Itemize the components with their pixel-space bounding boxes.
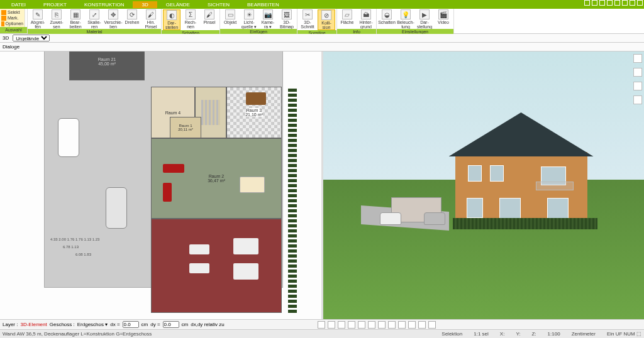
ribbon-3d-schnitt[interactable]: ✂3D-Schnitt (299, 9, 316, 30)
tool-icon[interactable] (338, 321, 345, 329)
hin-pinsel-icon: 🖌 (146, 9, 156, 19)
ribbon-hintergrund[interactable]: 🏔Hinter-grund (357, 9, 375, 29)
tool-icon[interactable] (408, 321, 416, 329)
ribbon-abgreifen[interactable]: ✎Abgrei-fen (29, 9, 47, 29)
tool-icon[interactable] (428, 321, 436, 329)
tree-icon[interactable] (633, 95, 642, 104)
tool-icon[interactable] (348, 321, 355, 329)
select-options[interactable]: Selekt Mark. Optionen (0, 9, 25, 27)
dialoge-bar: Dialoge (0, 43, 644, 52)
room-1[interactable]: Raum 120,11 m² (170, 117, 201, 138)
room-2[interactable]: Raum 236,47 m² (151, 138, 282, 219)
drehen-icon: ⟳ (127, 9, 137, 19)
menu-bearbeiten[interactable]: BEARBEITEN (238, 1, 288, 8)
tool-icon[interactable] (398, 321, 406, 329)
kamera-icon: 📷 (263, 9, 273, 19)
ribbon-lichtquelle[interactable]: ☀Licht-quelle ▾ (240, 9, 258, 29)
3d-schnitt-icon: ✂ (303, 9, 313, 19)
rechnen-icon: Σ (186, 9, 196, 19)
ribbon-verschieben[interactable]: ✥Verschie-ben (104, 9, 122, 29)
dy-input[interactable] (163, 321, 179, 328)
lichtquelle-icon: ☀ (244, 9, 254, 19)
layer-dropdown[interactable]: 3D-Element (20, 322, 47, 327)
menu-3d[interactable]: 3D (133, 1, 157, 8)
house-3d (455, 117, 587, 227)
ribbon: Selekt Mark. Optionen Auswahl ✎Abgrei-fe… (0, 9, 644, 34)
car-2-plan (106, 187, 127, 229)
dx-input[interactable] (123, 321, 139, 328)
ribbon-bearbeiten[interactable]: ▦Bear-beiten (67, 9, 84, 29)
ribbon-kollision[interactable]: ⊘Kolli-sion (318, 9, 335, 30)
tool-icon[interactable] (418, 321, 426, 329)
darstellung-icon: ▶ (419, 9, 430, 19)
ribbon-schatten-set[interactable]: ◒Schatten (378, 9, 396, 29)
status-bar: Wand AW 36,5 m, Deckenauflager L=Konstru… (0, 329, 644, 338)
edit-bar: Layer : 3D-Element Geschoss : Erdgeschos… (0, 319, 644, 329)
furniture-icon[interactable] (633, 68, 642, 77)
palette-icon[interactable] (633, 82, 642, 90)
schatten-set-icon: ◒ (382, 9, 392, 19)
menu-projekt[interactable]: PROJEKT (35, 1, 75, 8)
ribbon-rechnen[interactable]: ΣRech-nen (182, 9, 199, 30)
tool-icon[interactable] (328, 321, 335, 329)
abgreifen-icon: ✎ (33, 9, 43, 19)
kollision-icon: ⊘ (321, 10, 331, 20)
layers-icon[interactable] (633, 54, 642, 63)
ribbon-hin-pinsel[interactable]: 🖌Hin.Pinsel (142, 9, 160, 29)
tool-icon[interactable] (368, 321, 375, 329)
menu-gelände[interactable]: GELÄNDE (157, 1, 199, 8)
ribbon-skalieren[interactable]: ⤢Skalie-ren (86, 9, 103, 29)
ribbon-darstellen[interactable]: ◐Dar-stellen (163, 9, 180, 30)
skalieren-icon: ⤢ (89, 9, 99, 19)
ribbon-drehen[interactable]: ⟳Drehen (123, 9, 141, 29)
tool-icon[interactable] (378, 321, 386, 329)
ribbon-zuweisen[interactable]: ⎘Zuwei-sen (48, 9, 65, 29)
pinsel-icon: 🖌 (204, 9, 214, 19)
hintergrund-icon: 🏔 (361, 9, 371, 19)
3d-bitmap-icon: 🖼 (282, 9, 292, 19)
ribbon-kamera[interactable]: 📷Kame-ra ▾ (259, 9, 277, 29)
3d-view[interactable] (323, 52, 645, 319)
ribbon-flaeche[interactable]: ▱Fläche (338, 9, 356, 29)
terrace[interactable] (151, 219, 282, 313)
ribbon-beleuchtung[interactable]: 💡Beleuch-tung (397, 9, 414, 29)
beleuchtung-icon: 💡 (401, 9, 411, 19)
car-grey-3d (424, 212, 445, 225)
flaeche-icon: ▱ (342, 9, 352, 19)
status-left: Wand AW 36,5 m, Deckenauflager L=Konstru… (3, 331, 152, 337)
ribbon-3d-bitmap[interactable]: 🖼3D-Bitmap (278, 9, 296, 29)
tool-icon[interactable] (358, 321, 365, 329)
sub-toolbar: 3D Urgelände (0, 34, 644, 43)
floorplan-view[interactable]: Raum 2145,00 m² Raum 4 Raum 321,10 m² Ra… (0, 52, 323, 319)
ribbon-darstellung[interactable]: ▶Dar-stellung (416, 9, 433, 29)
video-icon: 🎬 (438, 9, 448, 19)
car-white-3d (380, 212, 401, 225)
tool-icon[interactable] (318, 321, 325, 329)
mode-label: 3D (3, 35, 9, 41)
menu-sichten[interactable]: SICHTEN (199, 1, 238, 8)
zuweisen-icon: ⎘ (52, 9, 62, 19)
floor-dropdown[interactable]: Erdgeschos ▾ (77, 322, 108, 327)
car-1-plan (58, 118, 79, 157)
room-21[interactable]: Raum 2145,00 m² (69, 52, 145, 80)
room-3[interactable]: Raum 321,10 m² (226, 87, 282, 138)
menu-datei[interactable]: DATEI (3, 1, 35, 8)
ribbon-objekt[interactable]: ▭Objekt (221, 9, 239, 29)
menu-konstruktion[interactable]: KONSTRUKTION (75, 1, 133, 8)
darstellen-icon: ◐ (167, 10, 177, 20)
objekt-icon: ▭ (225, 9, 235, 19)
ribbon-pinsel[interactable]: 🖌Pinsel (201, 9, 218, 30)
verschieben-icon: ✥ (108, 9, 118, 19)
window-controls[interactable] (584, 0, 643, 6)
tool-icon[interactable] (388, 321, 396, 329)
terrain-dropdown[interactable]: Urgelände (13, 35, 50, 41)
bearbeiten-icon: ▦ (70, 9, 80, 19)
ribbon-video[interactable]: 🎬Video (435, 9, 452, 29)
